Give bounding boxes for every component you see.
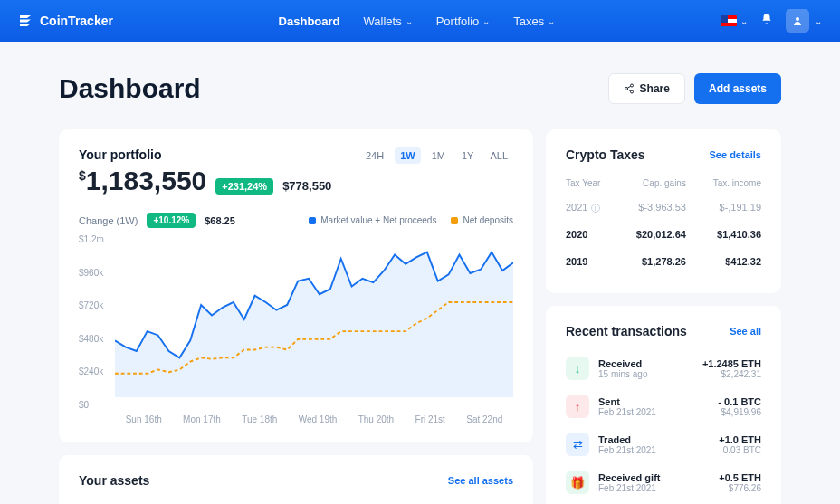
tax-row[interactable]: 2019$1,278.26$412.32 xyxy=(566,248,761,275)
nav-taxes[interactable]: Taxes ⌄ xyxy=(513,14,555,28)
svg-line-4 xyxy=(627,86,631,88)
user-menu[interactable]: ⌄ xyxy=(786,9,822,33)
transaction-item[interactable]: ⇄ TradedFeb 21st 2021 +1.0 ETH0.03 BTC xyxy=(566,425,761,463)
tx-type-icon: ⇄ xyxy=(566,433,589,456)
range-1y[interactable]: 1Y xyxy=(456,147,479,164)
tax-row[interactable]: 2020$20,012.64$1,410.36 xyxy=(566,221,761,248)
taxes-title: Crypto Taxes xyxy=(566,147,645,162)
brand[interactable]: CoinTracker xyxy=(18,14,113,28)
x-tick: Thu 20th xyxy=(358,414,394,424)
x-tick: Sat 22nd xyxy=(466,414,502,424)
nav-dashboard[interactable]: Dashboard xyxy=(279,14,340,28)
x-tick: Tue 18th xyxy=(242,414,277,424)
sub-amount: $778,550 xyxy=(282,179,331,193)
range-24h[interactable]: 24H xyxy=(360,147,389,164)
tx-type-icon: 🎁 xyxy=(566,471,589,494)
change-small-pill: +10.12% xyxy=(147,213,196,228)
svg-point-0 xyxy=(796,17,799,21)
tx-usd: $2,242.31 xyxy=(702,369,761,379)
brand-label: CoinTracker xyxy=(40,14,113,28)
th-income: Tax. income xyxy=(686,178,761,188)
tx-type: Received gift xyxy=(598,472,710,483)
see-all-transactions-link[interactable]: See all xyxy=(730,326,761,337)
tx-type: Sent xyxy=(598,396,709,407)
info-icon: i xyxy=(591,204,600,213)
main-nav: Dashboard Wallets ⌄ Portfolio ⌄ Taxes ⌄ xyxy=(279,14,556,28)
portfolio-title: Your portfolio xyxy=(79,147,331,162)
logo-icon xyxy=(18,14,33,28)
chevron-down-icon: ⌄ xyxy=(406,16,413,26)
transactions-card: Recent transactions See all ↓ Received15… xyxy=(546,306,781,504)
assets-columns: Name ◆ Holdings ◆ Unit price 24h change … xyxy=(79,499,513,504)
assets-title: Your assets xyxy=(79,473,149,488)
svg-line-5 xyxy=(627,90,631,91)
range-all[interactable]: ALL xyxy=(484,147,513,164)
change-pill: +231,24% xyxy=(215,178,273,195)
page-title: Dashboard xyxy=(59,73,201,104)
tx-amount: +0.5 ETH xyxy=(719,472,761,483)
x-tick: Wed 19th xyxy=(299,414,338,424)
taxes-card: Crypto Taxes See details Tax Year Cap. g… xyxy=(546,129,781,293)
tx-usd: 0.03 BTC xyxy=(719,445,761,455)
change-small-amt: $68.25 xyxy=(205,215,235,226)
tx-time: Feb 21st 2021 xyxy=(598,407,709,417)
range-1w[interactable]: 1W xyxy=(395,147,421,164)
tx-type: Received xyxy=(598,358,693,369)
svg-point-2 xyxy=(625,88,627,90)
y-tick: $240k xyxy=(79,366,103,376)
chevron-down-icon: ⌄ xyxy=(815,16,822,26)
y-tick: $1.2m xyxy=(79,234,104,244)
see-all-assets-link[interactable]: See all assets xyxy=(448,475,513,486)
range-selector: 24H1W1M1YALL xyxy=(360,147,513,164)
flag-icon xyxy=(721,15,737,26)
range-1m[interactable]: 1M xyxy=(426,147,451,164)
x-tick: Mon 17th xyxy=(183,414,221,424)
assets-card: Your assets See all assets Name ◆ Holdin… xyxy=(59,455,533,504)
change-label: Change (1W) xyxy=(79,215,138,226)
transaction-item[interactable]: ↓ Received15 mins ago +1.2485 ETH$2,242.… xyxy=(566,349,761,387)
locale-switch[interactable]: ⌄ xyxy=(721,15,748,26)
tx-time: Feb 21st 2021 xyxy=(598,483,710,493)
th-year: Tax Year xyxy=(566,178,611,188)
svg-point-1 xyxy=(630,84,633,87)
portfolio-card: Your portfolio $1,183,550 +231,24% $778,… xyxy=(59,129,533,442)
notifications-button[interactable] xyxy=(760,13,773,29)
y-tick: $480k xyxy=(79,333,103,343)
svg-point-3 xyxy=(630,90,633,93)
transaction-item[interactable]: ↑ SentFeb 21st 2021 - 0.1 BTC$4,919.96 xyxy=(566,387,761,425)
topbar: CoinTracker Dashboard Wallets ⌄ Portfoli… xyxy=(0,0,840,42)
transactions-title: Recent transactions xyxy=(566,324,687,338)
y-tick: $0 xyxy=(79,400,89,410)
topbar-actions: ⌄ ⌄ xyxy=(721,9,822,33)
tx-time: 15 mins ago xyxy=(598,369,693,379)
y-tick: $720k xyxy=(79,300,103,310)
x-tick: Fri 21st xyxy=(415,414,445,424)
transaction-item[interactable]: 🎁 Received giftFeb 21st 2021 +0.5 ETH$77… xyxy=(566,463,761,501)
tx-usd: $776.26 xyxy=(719,483,761,493)
chevron-down-icon: ⌄ xyxy=(740,16,748,26)
x-tick: Sun 16th xyxy=(126,414,162,424)
see-details-link[interactable]: See details xyxy=(710,149,761,160)
share-icon xyxy=(624,83,635,94)
tx-time: Feb 21st 2021 xyxy=(598,445,710,455)
th-gains: Cap. gains xyxy=(611,178,686,188)
legend-mv: Market value + Net proceeds xyxy=(309,215,436,225)
y-tick: $960k xyxy=(79,267,103,277)
portfolio-value: $1,183,550 xyxy=(79,166,206,196)
tx-amount: +1.0 ETH xyxy=(719,434,761,445)
nav-portfolio[interactable]: Portfolio ⌄ xyxy=(436,14,491,28)
chevron-down-icon: ⌄ xyxy=(548,16,555,26)
tx-amount: - 0.1 BTC xyxy=(718,396,761,407)
tx-usd: $4,919.96 xyxy=(718,407,761,417)
legend-nd: Net deposits xyxy=(451,215,513,225)
tax-row[interactable]: 2021 i$-3,963.53$-,191.19 xyxy=(566,194,761,221)
tx-type-icon: ↓ xyxy=(566,357,589,380)
nav-wallets[interactable]: Wallets ⌄ xyxy=(364,14,413,28)
share-button[interactable]: Share xyxy=(608,73,685,104)
user-icon xyxy=(786,9,809,33)
tx-type-icon: ↑ xyxy=(566,395,589,418)
portfolio-chart: $0$240k$480k$720k$960k$1.2m Sun 16thMon … xyxy=(79,239,513,424)
add-assets-button[interactable]: Add assets xyxy=(694,73,781,104)
bell-icon xyxy=(760,13,773,25)
tx-amount: +1.2485 ETH xyxy=(702,358,761,369)
